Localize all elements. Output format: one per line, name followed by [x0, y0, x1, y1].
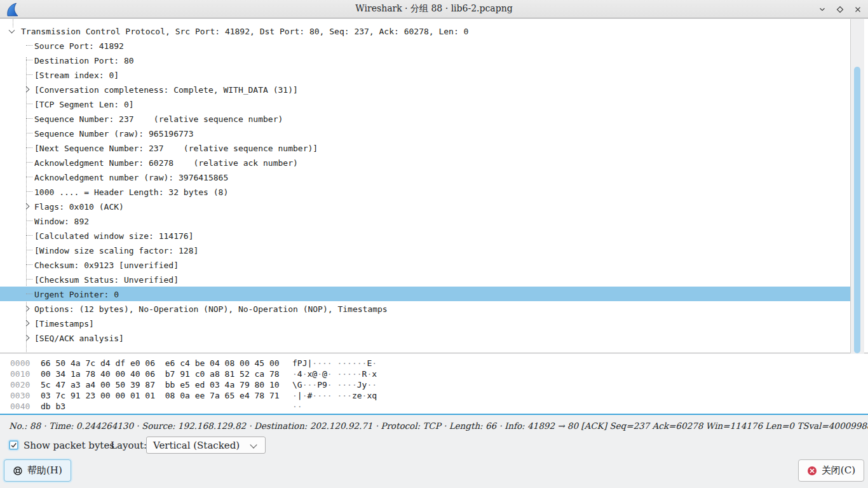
- title-bar: Wireshark · 分组 88 · lib6-2.pcapng: [0, 0, 868, 18]
- hex-offset: 0040: [10, 402, 30, 411]
- hex-bytes: 66 50 4a 7c d4 df e0 06 e6 c4 be 04 08 0…: [41, 358, 280, 368]
- layout-dropdown[interactable]: Vertical (Stacked): [146, 437, 266, 454]
- layout-dropdown-value: Vertical (Stacked): [153, 440, 240, 451]
- tree-row[interactable]: [Window size scaling factor: 128]: [0, 243, 850, 257]
- hex-offset: 0030: [10, 391, 30, 400]
- tree-row-label: Transmission Control Protocol, Src Port:…: [21, 26, 468, 36]
- tree-row-label: [Checksum Status: Unverified]: [34, 274, 179, 284]
- hex-dump-row[interactable]: 001000 34 1a 78 40 00 40 06 b7 91 c0 a8 …: [0, 369, 868, 380]
- help-button[interactable]: 帮助(H): [4, 459, 71, 482]
- tree-row-label: Source Port: 41892: [34, 41, 124, 50]
- tree-row-label: [TCP Segment Len: 0]: [34, 99, 134, 109]
- tree-row-label: [Conversation completeness: Complete, WI…: [34, 85, 298, 94]
- tree-row[interactable]: Sequence Number: 237 (relative sequence …: [0, 111, 850, 126]
- hex-ascii: ·|·#···· ···ze·xq: [292, 391, 377, 400]
- hex-ascii: ·4·x@·@· ·····R·x: [292, 369, 377, 379]
- tree-row-label: [Window size scaling factor: 128]: [34, 245, 198, 255]
- tree-row-label: [Timestamps]: [34, 318, 94, 328]
- expand-icon[interactable]: [24, 86, 30, 92]
- hex-ascii: ··: [292, 402, 302, 411]
- tree-row-label: 1000 .... = Header Length: 32 bytes (8): [34, 187, 228, 196]
- tree-row[interactable]: Options: (12 bytes), No-Operation (NOP),…: [0, 301, 850, 316]
- chevron-down-icon: [250, 441, 257, 448]
- expand-icon[interactable]: [24, 203, 30, 209]
- window-title: Wireshark · 分组 88 · lib6-2.pcapng: [0, 3, 868, 15]
- tree-row[interactable]: Source Port: 41892: [0, 38, 850, 53]
- tree-scrollbar-track[interactable]: [850, 19, 864, 353]
- close-button[interactable]: 关闭(C): [798, 459, 864, 482]
- minimize-button[interactable]: [817, 4, 827, 15]
- hex-dump-rows: 000066 50 4a 7c d4 df e0 06 e6 c4 be 04 …: [0, 358, 868, 412]
- maximize-button[interactable]: [835, 4, 845, 15]
- tree-row-label: Urgent Pointer: 0: [34, 289, 119, 299]
- hex-bytes: 5c 47 a3 a4 00 50 39 87 bb e5 ed 03 4a 7…: [41, 380, 280, 390]
- help-button-label: 帮助(H): [27, 464, 62, 477]
- tree-row[interactable]: [Calculated window size: 114176]: [0, 228, 850, 243]
- expand-icon[interactable]: [24, 334, 30, 341]
- packet-detail-tree[interactable]: Transmission Control Protocol, Src Port:…: [0, 19, 868, 353]
- hex-bytes: db b3: [41, 402, 65, 411]
- close-window-button[interactable]: [853, 4, 863, 15]
- hex-dump-row[interactable]: 00205c 47 a3 a4 00 50 39 87 bb e5 ed 03 …: [0, 380, 868, 391]
- show-packet-bytes-checkbox[interactable]: [9, 440, 18, 450]
- hex-offset: 0000: [10, 358, 30, 368]
- tree-row[interactable]: Transmission Control Protocol, Src Port:…: [0, 24, 850, 38]
- tree-row-label: Acknowledgment Number: 60278 (relative a…: [34, 158, 298, 167]
- hex-ascii: \G···P9· ····Jy··: [292, 380, 377, 390]
- packet-summary-status: No.: 88 · Time: 0.244264130 · Source: 19…: [9, 421, 868, 431]
- hex-dump-pane[interactable]: 000066 50 4a 7c d4 df e0 06 e6 c4 be 04 …: [0, 354, 868, 415]
- help-icon: [13, 466, 23, 476]
- tree-row[interactable]: [SEQ/ACK analysis]: [0, 330, 850, 345]
- tree-row[interactable]: Flags: 0x010 (ACK): [0, 199, 850, 214]
- layout-label: Layout:: [111, 440, 147, 451]
- tree-row[interactable]: Window: 892: [0, 214, 850, 228]
- tree-row-label: Options: (12 bytes), No-Operation (NOP),…: [34, 304, 388, 313]
- hex-bytes: 03 7c 91 23 00 00 01 01 08 0a ee 7a 65 e…: [41, 391, 280, 400]
- close-button-label: 关闭(C): [822, 464, 855, 477]
- checkmark-icon: [10, 441, 17, 449]
- hex-bytes: 00 34 1a 78 40 00 40 06 b7 91 c0 a8 81 5…: [41, 369, 280, 379]
- tree-scrollbar-thumb[interactable]: [854, 67, 860, 353]
- window-controls: [817, 0, 863, 18]
- tree-row[interactable]: [Timestamps]: [0, 316, 850, 330]
- tree-row-label: Sequence Number (raw): 965196773: [34, 128, 193, 138]
- tree-row-label: Checksum: 0x9123 [unverified]: [34, 260, 179, 269]
- tree-row-label: Acknowledgment number (raw): 3976415865: [34, 172, 228, 182]
- tree-row-label: [SEQ/ACK analysis]: [34, 333, 124, 342]
- packet-dialog-window: Wireshark · 分组 88 · lib6-2.pcapng Transm…: [0, 0, 868, 488]
- tree-row-label: Window: 892: [34, 216, 89, 226]
- collapse-icon[interactable]: [9, 27, 15, 33]
- hex-ascii: fPJ|···· ······E·: [292, 358, 377, 368]
- tree-row[interactable]: Destination Port: 80: [0, 53, 850, 67]
- tree-row[interactable]: Urgent Pointer: 0: [0, 287, 850, 301]
- tree-row[interactable]: 1000 .... = Header Length: 32 bytes (8): [0, 184, 850, 199]
- tree-row-label: Destination Port: 80: [34, 55, 134, 65]
- tree-row-label: Flags: 0x010 (ACK): [34, 201, 124, 211]
- show-packet-bytes-label[interactable]: Show packet bytes: [24, 440, 114, 451]
- expand-icon[interactable]: [24, 305, 30, 311]
- tree-row[interactable]: [Stream index: 0]: [0, 67, 850, 82]
- tree-row-label: [Next Sequence Number: 237 (relative seq…: [34, 143, 318, 152]
- tree-row[interactable]: Acknowledgment number (raw): 3976415865: [0, 170, 850, 184]
- hex-dump-row[interactable]: 0040db b3··: [0, 402, 868, 412]
- packet-detail-tree-rows: Transmission Control Protocol, Src Port:…: [0, 24, 850, 345]
- hex-offset: 0010: [10, 369, 30, 379]
- tree-row-label: [Calculated window size: 114176]: [34, 231, 193, 240]
- tree-row[interactable]: [Next Sequence Number: 237 (relative seq…: [0, 140, 850, 155]
- hex-dump-row[interactable]: 000066 50 4a 7c d4 df e0 06 e6 c4 be 04 …: [0, 358, 868, 369]
- hex-dump-row[interactable]: 003003 7c 91 23 00 00 01 01 08 0a ee 7a …: [0, 391, 868, 402]
- tree-row[interactable]: Checksum: 0x9123 [unverified]: [0, 257, 850, 272]
- close-red-icon: [807, 466, 817, 476]
- tree-row[interactable]: Sequence Number (raw): 965196773: [0, 126, 850, 140]
- tree-row[interactable]: [Checksum Status: Unverified]: [0, 272, 850, 287]
- tree-row[interactable]: Acknowledgment Number: 60278 (relative a…: [0, 155, 850, 170]
- tree-row[interactable]: [TCP Segment Len: 0]: [0, 97, 850, 111]
- tree-row[interactable]: [Conversation completeness: Complete, WI…: [0, 82, 850, 97]
- tree-row-label: [Stream index: 0]: [34, 70, 119, 79]
- expand-icon[interactable]: [24, 320, 30, 326]
- hex-offset: 0020: [10, 380, 30, 390]
- tree-row-label: Sequence Number: 237 (relative sequence …: [34, 114, 283, 123]
